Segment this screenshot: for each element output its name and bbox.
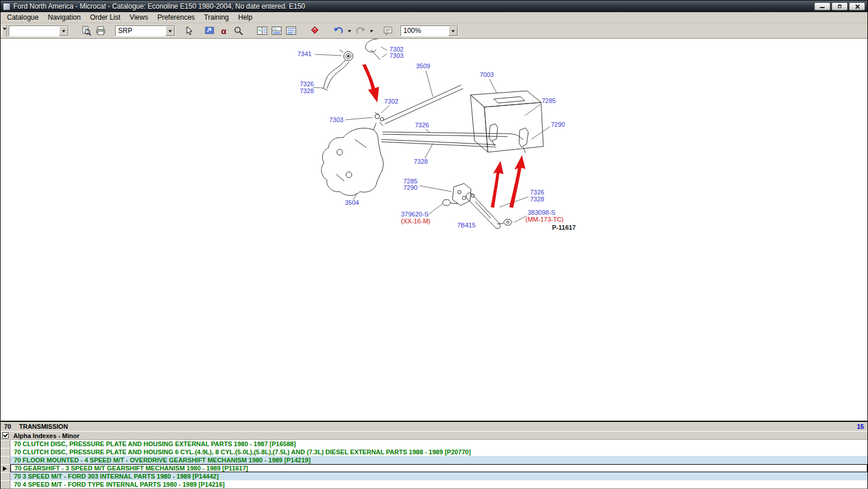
part-label-7303[interactable]: 7303 bbox=[329, 116, 343, 123]
section-title: TRANSMISSION bbox=[19, 423, 68, 430]
row-label: CLUTCH DISC, PRESSURE PLATE AND HOUSING … bbox=[23, 440, 296, 447]
index-row[interactable]: 70GEARSHIFT - 3 SPEED M/T GEARSHIFT MECH… bbox=[1, 464, 867, 472]
menu-item-order-list[interactable]: Order List bbox=[85, 12, 125, 23]
part-label-7341[interactable]: 7341 bbox=[297, 50, 311, 57]
index-row[interactable]: 70FLOOR MOUNTED - 4 SPEED M/T - OVERDRIV… bbox=[1, 456, 867, 464]
history-combo[interactable] bbox=[9, 25, 69, 36]
print-preview-button[interactable] bbox=[79, 24, 93, 38]
part-label-(MM-173-TC)[interactable]: (MM-173-TC) bbox=[525, 216, 564, 223]
diagram-pane: 7341730273033509700373267328730272857303… bbox=[1, 39, 867, 421]
chevron-down-icon bbox=[168, 30, 172, 34]
view-index-only-icon bbox=[286, 25, 296, 36]
annotation-button[interactable] bbox=[381, 24, 395, 38]
index-rows: 70CLUTCH DISC, PRESSURE PLATE AND HOUSIN… bbox=[1, 440, 867, 488]
row-content[interactable]: 703 SPEED M/T - FORD 303 INTERNAL PARTS … bbox=[10, 472, 867, 480]
part-label-7326[interactable]: 7326 bbox=[415, 122, 429, 128]
parts-diagram[interactable]: 7341730273033509700373267328730272857303… bbox=[1, 39, 868, 421]
redo-dropdown-button[interactable] bbox=[368, 24, 374, 38]
undo-icon bbox=[333, 25, 344, 36]
chevron-down-icon bbox=[451, 30, 455, 34]
row-label: 4 SPEED M/T - FORD TYPE INTERNAL PARTS 1… bbox=[23, 481, 225, 488]
print-icon bbox=[95, 25, 106, 36]
select-pointer-button[interactable] bbox=[182, 24, 196, 38]
part-label-7003[interactable]: 7003 bbox=[480, 71, 494, 78]
part-label-7326[interactable]: 7326 bbox=[300, 80, 314, 87]
row-content[interactable]: 70CLUTCH DISC, PRESSURE PLATE AND HOUSIN… bbox=[10, 448, 867, 456]
check-icon bbox=[3, 432, 8, 437]
part-label-7303[interactable]: 7303 bbox=[389, 52, 403, 59]
part-label-7326[interactable]: 7326 bbox=[530, 189, 544, 196]
menu-item-preferences[interactable]: Preferences bbox=[153, 12, 200, 23]
part-labels: 7341730273033509700373267328730272857303… bbox=[297, 46, 576, 231]
undo-dropdown-button[interactable] bbox=[346, 24, 352, 38]
row-gutter bbox=[1, 456, 10, 464]
index-panel: 70 TRANSMISSION 15 Alpha Indexes - Minor… bbox=[1, 421, 867, 489]
maximize-button[interactable] bbox=[832, 2, 848, 10]
part-label-383098-S[interactable]: 383098-S bbox=[528, 209, 556, 216]
row-content[interactable]: 70FLOOR MOUNTED - 4 SPEED M/T - OVERDRIV… bbox=[10, 456, 867, 464]
toolbar-grip[interactable] bbox=[2, 25, 7, 36]
part-label-3509[interactable]: 3509 bbox=[416, 62, 430, 69]
menu-item-help[interactable]: Help bbox=[234, 12, 258, 23]
row-gutter bbox=[1, 480, 10, 488]
combo-arrow-button[interactable] bbox=[165, 26, 175, 36]
section-code: 70 bbox=[4, 423, 19, 430]
chevron-down-icon bbox=[62, 30, 65, 34]
search-button[interactable] bbox=[231, 24, 245, 38]
chevron-down-icon bbox=[348, 30, 351, 34]
part-label-7285[interactable]: 7285 bbox=[542, 97, 556, 104]
index-row[interactable]: 70CLUTCH DISC, PRESSURE PLATE AND HOUSIN… bbox=[1, 448, 867, 456]
zoom-combo[interactable]: 100% bbox=[400, 25, 458, 36]
part-label-3504[interactable]: 3504 bbox=[345, 199, 359, 206]
index-row[interactable]: 704 SPEED M/T - FORD TYPE INTERNAL PARTS… bbox=[1, 480, 867, 488]
index-row[interactable]: 703 SPEED M/T - FORD 303 INTERNAL PARTS … bbox=[1, 472, 867, 480]
price-level-combo[interactable]: SRP bbox=[115, 25, 175, 36]
pointer-icon bbox=[184, 25, 194, 36]
menu-item-views[interactable]: Views bbox=[125, 12, 153, 23]
maximize-icon bbox=[838, 5, 841, 8]
part-label-7B415[interactable]: 7B415 bbox=[457, 222, 476, 229]
alpha-index-filter-row[interactable]: Alpha Indexes - Minor bbox=[1, 431, 867, 440]
part-label-7302[interactable]: 7302 bbox=[384, 98, 398, 105]
minimize-icon bbox=[820, 7, 825, 8]
goto-graphic-button[interactable] bbox=[203, 24, 216, 38]
row-label: GEARSHIFT - 3 SPEED M/T GEARSHIFT MECHAN… bbox=[23, 465, 248, 472]
index-row[interactable]: 70CLUTCH DISC, PRESSURE PLATE AND HOUSIN… bbox=[1, 440, 867, 448]
combo-arrow-button[interactable] bbox=[59, 26, 68, 36]
undo-button[interactable] bbox=[332, 24, 345, 38]
price-tag-button[interactable] bbox=[308, 24, 321, 38]
view-split-vertical-button[interactable] bbox=[255, 24, 269, 38]
part-label-7328[interactable]: 7328 bbox=[300, 87, 314, 94]
print-button[interactable] bbox=[94, 24, 107, 38]
alpha-index-button[interactable]: α bbox=[217, 24, 230, 38]
menu-item-catalogue[interactable]: Catalogue bbox=[2, 12, 43, 23]
section-header: 70 TRANSMISSION 15 bbox=[1, 422, 867, 431]
combo-arrow-button[interactable] bbox=[448, 26, 458, 36]
part-label-(XX-16-M)[interactable]: (XX-16-M) bbox=[401, 218, 431, 225]
view-index-only-button[interactable] bbox=[284, 24, 297, 38]
row-content[interactable]: 70GEARSHIFT - 3 SPEED M/T GEARSHIFT MECH… bbox=[10, 464, 867, 472]
view-split-horizontal-icon bbox=[271, 25, 282, 36]
part-label-7290[interactable]: 7290 bbox=[403, 184, 417, 191]
row-section-code: 70 bbox=[11, 465, 23, 472]
part-label-7290[interactable]: 7290 bbox=[551, 121, 565, 128]
row-content[interactable]: 70CLUTCH DISC, PRESSURE PLATE AND HOUSIN… bbox=[10, 440, 867, 448]
row-gutter bbox=[1, 464, 10, 472]
close-button[interactable] bbox=[849, 2, 865, 10]
menu-item-navigation[interactable]: Navigation bbox=[43, 12, 86, 23]
menu-item-training[interactable]: Training bbox=[200, 12, 234, 23]
part-label-P-11617[interactable]: P-11617 bbox=[552, 224, 576, 231]
title-bar: Ford North America - Microcat - Catalogu… bbox=[1, 1, 867, 12]
row-section-code: 70 bbox=[10, 448, 23, 455]
part-label-7328[interactable]: 7328 bbox=[530, 196, 544, 203]
redo-button[interactable] bbox=[354, 24, 367, 38]
row-content[interactable]: 704 SPEED M/T - FORD TYPE INTERNAL PARTS… bbox=[10, 480, 867, 488]
minimize-button[interactable] bbox=[814, 2, 830, 10]
part-label-379620-S[interactable]: 379620-S bbox=[401, 211, 429, 218]
print-preview-icon bbox=[81, 25, 91, 36]
menu-bar: CatalogueNavigationOrder ListViewsPrefer… bbox=[1, 12, 867, 23]
view-split-horizontal-button[interactable] bbox=[270, 24, 283, 38]
part-label-7328[interactable]: 7328 bbox=[414, 158, 428, 165]
alpha-index-checkbox[interactable] bbox=[2, 432, 9, 439]
selected-row-arrow-icon bbox=[3, 466, 7, 471]
